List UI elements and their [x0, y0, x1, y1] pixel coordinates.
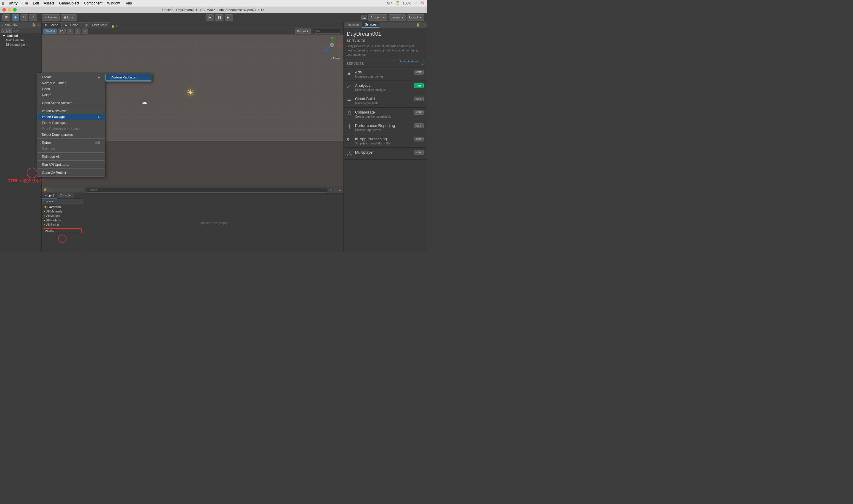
context-reimport-all[interactable]: Reimport All: [37, 154, 105, 160]
project-create-button[interactable]: Create ▼: [43, 200, 54, 203]
apple-menu[interactable]: : [2, 1, 4, 6]
collaborate-toggle[interactable]: OFF: [414, 110, 424, 115]
minimize-button[interactable]: [8, 8, 11, 12]
context-open-scene-additive[interactable]: Open Scene Additive: [37, 100, 105, 106]
ads-toggle[interactable]: OFF: [414, 70, 424, 75]
step-button[interactable]: ▶|: [224, 14, 233, 21]
cloud-icon[interactable]: ☁: [361, 15, 367, 20]
scene-search-input[interactable]: [312, 29, 342, 34]
favorites-all-prefabs[interactable]: ● All Prefabs: [41, 218, 83, 222]
right-panel-lock[interactable]: 🔒: [414, 23, 422, 26]
tab-assetstore[interactable]: 🛒 Asset Store: [82, 22, 110, 28]
service-item-perfreporting[interactable]: Performance Reporting Discover app error…: [344, 121, 426, 134]
project-search-input[interactable]: [85, 188, 328, 193]
hierarchy-lock-icon[interactable]: 🔒: [32, 23, 35, 26]
toolbar-pivot-center[interactable]: ☀ Center: [42, 14, 60, 21]
perfreporting-toggle[interactable]: OFF: [414, 123, 424, 128]
service-item-collaborate[interactable]: Collaborate Create together seamlessly O…: [344, 108, 426, 121]
audio-btn[interactable]: ♬: [75, 29, 81, 34]
context-open[interactable]: Open: [37, 86, 105, 92]
context-create-label: Create: [42, 75, 52, 79]
hierarchy-create-button[interactable]: Create: [1, 29, 12, 33]
menu-component[interactable]: Component: [84, 1, 103, 5]
ads-desc: Monetize your games: [355, 75, 412, 78]
menu-unity[interactable]: Unity: [8, 1, 18, 5]
menu-file[interactable]: File: [22, 1, 28, 5]
menu-edit[interactable]: Edit: [33, 1, 39, 5]
tab-project[interactable]: Project: [41, 193, 57, 198]
hierarchy-menu-icon[interactable]: ≡: [38, 23, 39, 26]
gizmos-btn[interactable]: Gizmos ▼: [295, 29, 311, 34]
service-item-iap[interactable]: $ In-App Purchasing Simplify cross-platf…: [344, 134, 426, 148]
assets-label[interactable]: Assets: [43, 228, 82, 233]
hierarchy-search-label: Q:All: [13, 29, 19, 32]
menu-assets[interactable]: Assets: [44, 1, 54, 5]
context-select-dependencies[interactable]: Select Dependencies: [37, 132, 105, 138]
toolbar-scale-tool[interactable]: ⇵: [30, 14, 37, 21]
context-reveal-finder[interactable]: Reveal in Finder: [37, 80, 105, 86]
scene-gizmo[interactable]: X Y Z: [324, 37, 341, 53]
project-menu-icon[interactable]: ≡: [49, 188, 51, 192]
hierarchy-item-untitled[interactable]: ▼ Untitled ≡: [0, 33, 41, 38]
favorites-header[interactable]: ★ Favorites: [41, 205, 83, 209]
toolbar-move-tool[interactable]: ✚: [12, 14, 19, 21]
service-item-multiplayer[interactable]: Multiplayer OFF: [344, 148, 426, 160]
play-button[interactable]: ▶: [205, 14, 214, 21]
tab-console[interactable]: Console: [57, 193, 74, 198]
right-panel-menu-icon[interactable]: ≡: [422, 23, 426, 27]
tab-game[interactable]: ▶ Game: [61, 22, 82, 28]
menu-gameobject[interactable]: GameObject: [59, 1, 79, 5]
toolbar-hand-tool[interactable]: ☰: [2, 14, 11, 21]
context-create[interactable]: Create ▶: [37, 74, 105, 80]
context-import-new-asset[interactable]: Import New Asset...: [37, 108, 105, 114]
menu-window[interactable]: Window: [107, 1, 120, 5]
close-button[interactable]: [2, 8, 6, 12]
context-import-package[interactable]: Import Package ▶: [37, 114, 105, 120]
context-delete[interactable]: Delete: [37, 92, 105, 98]
shading-label: Shaded: [46, 30, 55, 33]
toolbar-pivot-local[interactable]: ▣ Local: [61, 14, 77, 21]
lighting-btn[interactable]: ☀: [67, 29, 73, 34]
hierarchy-item-maincamera[interactable]: Main Camera: [0, 38, 41, 42]
tab-scene[interactable]: # Scene: [41, 22, 61, 28]
svg-text:X: X: [338, 39, 340, 41]
maximize-button[interactable]: [13, 8, 17, 12]
submenu-custom-package[interactable]: Custom Package...: [106, 74, 151, 80]
hierarchy-item-dirlight[interactable]: Directional Light: [0, 42, 41, 47]
hierarchy-item-options[interactable]: ≡: [37, 34, 39, 37]
go-to-dashboard-link[interactable]: Go to Dashboard ↗: [399, 60, 424, 63]
scene-tab-lock[interactable]: 🔒: [111, 25, 115, 28]
pause-button[interactable]: ▮▮: [215, 14, 223, 21]
project-lock-icon[interactable]: 🔒: [43, 188, 47, 192]
context-run-api-updater[interactable]: Run API Updater...: [37, 162, 105, 168]
2d-mode-btn[interactable]: 2D: [58, 29, 66, 34]
filter-icon[interactable]: ☀: [329, 188, 333, 192]
layers-dropdown[interactable]: Layers ▼: [388, 14, 406, 21]
account-dropdown[interactable]: Account ▼: [368, 14, 387, 21]
hierarchy-collapse-icon[interactable]: ▸: [2, 23, 3, 26]
favorites-all-materials[interactable]: ● All Materials: [41, 209, 83, 214]
service-item-analytics[interactable]: Analytics Discover player insights ON: [344, 81, 426, 94]
service-item-ads[interactable]: ▲ Ads Monetize your games OFF: [344, 68, 426, 81]
context-refresh[interactable]: Refresh ⌘R: [37, 140, 105, 146]
multiplayer-toggle[interactable]: OFF: [414, 150, 424, 155]
service-item-cloudbuild[interactable]: ☁ Cloud Build Build games faster OFF: [344, 94, 426, 108]
tab-inspector[interactable]: Inspector: [344, 22, 362, 28]
tab-services[interactable]: Services: [362, 22, 379, 28]
view-icon[interactable]: ☰: [334, 188, 337, 192]
favorites-all-models[interactable]: ● All Models: [41, 214, 83, 218]
toolbar-rotate-tool[interactable]: ↻: [20, 14, 28, 21]
favorites-all-scripts[interactable]: ● All Scripts: [41, 222, 83, 227]
effects-btn[interactable]: ▱: [82, 29, 88, 34]
svg-point-12: [348, 152, 349, 154]
scene-tab-menu[interactable]: ≡: [116, 24, 117, 28]
iap-toggle[interactable]: OFF: [414, 137, 424, 141]
context-open-csharp[interactable]: Open C# Project: [37, 170, 105, 176]
shading-mode-btn[interactable]: Shaded: [43, 29, 57, 34]
analytics-toggle[interactable]: ON: [414, 83, 424, 88]
context-export-package[interactable]: Export Package...: [37, 120, 105, 126]
layout-dropdown[interactable]: Layout ▼: [407, 14, 424, 21]
cloudbuild-toggle[interactable]: OFF: [414, 96, 424, 101]
menu-help[interactable]: Help: [125, 1, 132, 5]
star-icon[interactable]: ★: [339, 188, 342, 192]
